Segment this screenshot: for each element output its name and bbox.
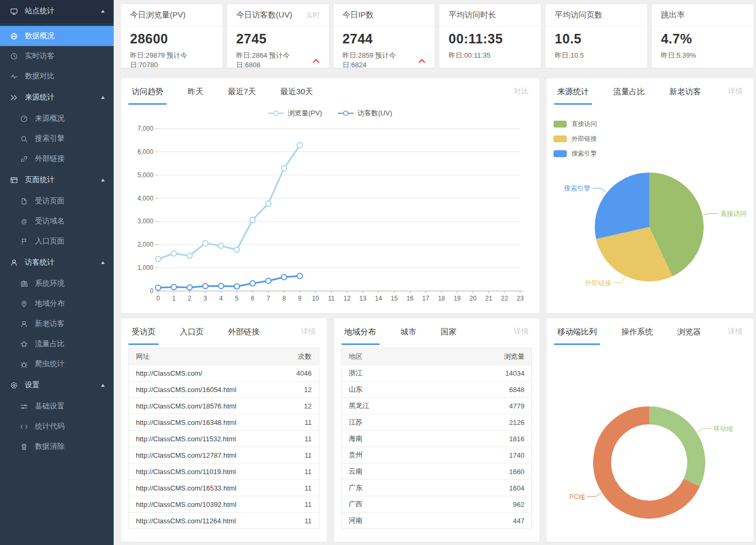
trend-tab-0[interactable]: 访问趋势 <box>132 78 163 105</box>
svg-text:22: 22 <box>501 295 508 302</box>
sidebar-group-1[interactable]: 来源统计 ▲ <box>0 86 114 108</box>
sidebar-item-1-2[interactable]: 外部链接 <box>0 149 114 169</box>
svg-text:3,000: 3,000 <box>137 217 153 225</box>
collapse-up-icon: ▲ <box>100 177 106 183</box>
svg-text:21: 21 <box>485 295 493 302</box>
table-row: 海南 1816 <box>342 430 532 447</box>
pages-action-link[interactable]: 详情 <box>301 327 316 337</box>
svg-text:6: 6 <box>251 295 254 302</box>
sidebar-group-0[interactable]: 站点统计 ▲ <box>0 0 114 23</box>
realtime-link[interactable]: 实时 <box>306 11 320 20</box>
region-action-link[interactable]: 详情 <box>514 327 529 337</box>
source-panel: 来源统计流量占比新老访客详情 直接访问 外部链接 搜索引擎 直接访问 外部链接 … <box>547 78 753 313</box>
at-icon: @ <box>20 217 28 225</box>
device-tab-2[interactable]: 浏览器 <box>677 319 701 345</box>
source-tab-0[interactable]: 来源统计 <box>557 78 589 105</box>
user-icon <box>10 258 18 267</box>
svg-text:2,000: 2,000 <box>137 241 153 248</box>
bottom-row: 受访页入口页外部链接详情 网址 次数 http://ClassCMS.com/ … <box>121 319 753 542</box>
region-tab-2[interactable]: 国家 <box>441 319 457 345</box>
sidebar-item-3-3[interactable]: 流量占比 <box>0 334 114 354</box>
sidebar-item-4-2[interactable]: 数据清除 <box>0 437 114 457</box>
legend-item[interactable]: 直接访问 <box>554 120 597 129</box>
region-tab-1[interactable]: 城市 <box>401 319 417 345</box>
svg-text:11: 11 <box>328 295 335 302</box>
sidebar-item-0-2[interactable]: 数据对比 <box>0 66 114 86</box>
trend-action-link[interactable]: 对比 <box>514 87 529 96</box>
svg-text:0: 0 <box>150 287 153 295</box>
stat-card-5: 跳出率 4.7% 昨日:5.39% <box>652 4 753 68</box>
sidebar-group-label: 页面统计 <box>25 175 54 185</box>
device-tab-1[interactable]: 操作系统 <box>621 319 653 345</box>
sidebar-item-2-0[interactable]: 受访页面 <box>0 191 114 211</box>
legend-item[interactable]: 搜索引擎 <box>554 149 597 158</box>
sidebar-item-label: 受访页面 <box>35 196 64 206</box>
sidebar-item-1-0[interactable]: 来源概况 <box>0 108 114 129</box>
sidebar-group-label: 站点统计 <box>25 6 54 16</box>
sidebar-group-2[interactable]: 页面统计 ▲ <box>0 169 114 191</box>
source-tab-1[interactable]: 流量占比 <box>613 78 645 105</box>
card-compare: 昨日:2859 预计今日:6824 <box>343 51 415 68</box>
legend-swatch <box>554 135 567 142</box>
legend-swatch <box>554 150 567 157</box>
trend-tab-2[interactable]: 最近7天 <box>228 78 256 105</box>
card-title: 今日访客数(UV) <box>236 10 292 20</box>
pages-tabs: 受访页入口页外部链接详情 <box>121 319 327 345</box>
stat-card-1: 今日访客数(UV) 实时 2745 昨日:2864 预计今日:6808 <box>227 4 329 68</box>
pages-tab-2[interactable]: 外部链接 <box>228 319 260 345</box>
sidebar-item-label: 搜索引擎 <box>35 134 64 143</box>
flag-icon <box>20 237 28 246</box>
pie-legend: 直接访问 外部链接 搜索引擎 <box>554 120 597 164</box>
device-tab-0[interactable]: 移动端比列 <box>557 319 597 345</box>
pages-table: 网址 次数 http://ClassCMS.com/ 4046 http://C… <box>128 348 319 529</box>
card-value: 4.7% <box>652 26 753 47</box>
sidebar-item-label: 基础设置 <box>35 402 64 411</box>
sidebar-item-2-2[interactable]: 入口页面 <box>0 231 114 251</box>
sidebar-item-label: 数据对比 <box>25 71 54 81</box>
sidebar-item-0-0[interactable]: 数据概况 <box>0 26 114 46</box>
trend-tab-1[interactable]: 昨天 <box>188 78 204 105</box>
legend-item[interactable]: 浏览量(PV) <box>268 108 322 118</box>
svg-text:19: 19 <box>454 295 461 302</box>
stat-cards: 今日浏览量(PV) 28600 昨日:29879 预计今日:70780 今日访客… <box>121 4 753 68</box>
trend-tab-3[interactable]: 最近30天 <box>280 78 313 105</box>
sidebar-item-3-1[interactable]: 地域分布 <box>0 294 114 314</box>
table-row: 云南 1660 <box>342 463 532 479</box>
sidebar-item-label: 外部链接 <box>35 154 64 164</box>
middle-row: 访问趋势昨天最近7天最近30天对比 浏览量(PV) 访客数(UV) 01,000… <box>121 78 753 313</box>
sidebar-item-3-4[interactable]: 爬虫统计 <box>0 354 114 374</box>
books-icon <box>20 279 28 288</box>
source-action-link[interactable]: 详情 <box>728 87 743 96</box>
sidebar-item-3-2[interactable]: 新老访客 <box>0 314 114 334</box>
pages-tab-1[interactable]: 入口页 <box>180 319 204 345</box>
svg-text:14: 14 <box>375 295 382 302</box>
svg-text:1,000: 1,000 <box>137 264 153 271</box>
clock-icon <box>10 52 18 60</box>
sidebar-group-4[interactable]: 设置 ▲ <box>0 374 114 396</box>
legend-item[interactable]: 访客数(UV) <box>338 108 392 118</box>
sidebar-item-2-1[interactable]: @受访域名 <box>0 211 114 231</box>
svg-text:7,000: 7,000 <box>137 125 153 132</box>
legend-swatch <box>554 121 567 128</box>
source-tab-2[interactable]: 新老访客 <box>669 78 701 105</box>
pages-tab-0[interactable]: 受访页 <box>132 319 155 345</box>
sidebar-item-0-1[interactable]: 实时访客 <box>0 46 114 66</box>
card-title: 今日浏览量(PV) <box>130 10 186 20</box>
sidebar-item-1-1[interactable]: 搜索引擎 <box>0 129 114 149</box>
sidebar-item-3-0[interactable]: 系统环境 <box>0 274 114 294</box>
sidebar-group-label: 访客统计 <box>25 258 54 267</box>
sidebar-group-3[interactable]: 访客统计 ▲ <box>0 251 114 274</box>
legend-item[interactable]: 外部链接 <box>554 134 597 143</box>
region-tab-0[interactable]: 地域分布 <box>345 319 376 345</box>
trend-tabs: 访问趋势昨天最近7天最近30天对比 <box>121 78 539 105</box>
sidebar-item-4-1[interactable]: 统计代码 <box>0 416 114 437</box>
svg-text:外部链接: 外部链接 <box>585 279 612 287</box>
region-table: 地区 浏览量 浙江 14034 山东 6848 黑龙江 4779 江苏 2126… <box>342 348 532 529</box>
sidebar: 站点统计 ▲ 数据概况 实时访客 数据对比 来源统计 ▲ 来源概况 搜索引擎 外… <box>0 0 114 545</box>
card-title: 平均访问时长 <box>448 10 496 20</box>
device-action-link[interactable]: 详情 <box>728 327 743 337</box>
trend-line-chart: 01,0002,0003,0004,0005,0006,0007,0000123… <box>121 122 539 308</box>
source-tabs: 来源统计流量占比新老访客详情 <box>547 78 753 105</box>
legend-label: 直接访问 <box>571 120 597 129</box>
sidebar-item-4-0[interactable]: 基础设置 <box>0 396 114 416</box>
